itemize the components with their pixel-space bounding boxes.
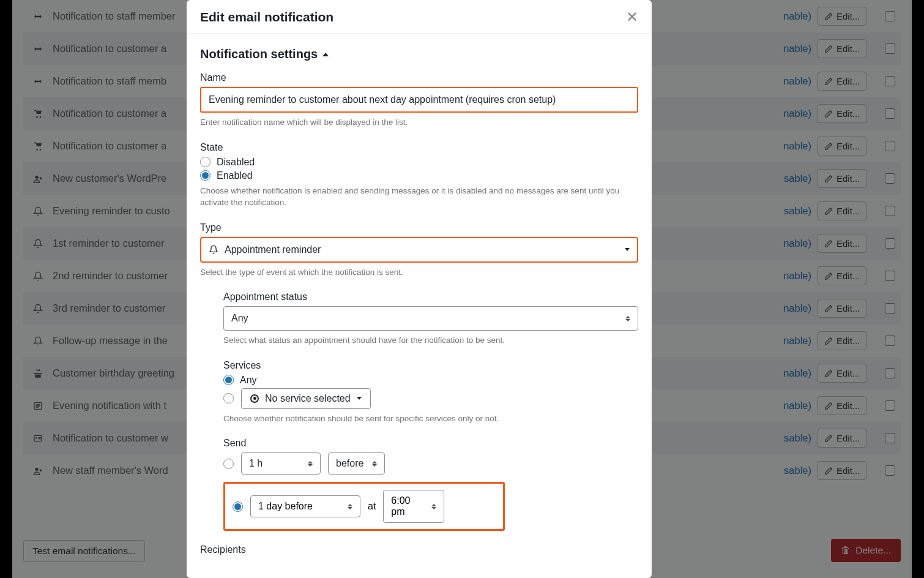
radio-icon: [223, 393, 234, 403]
appt-status-help: Select what status an appointment should…: [223, 334, 638, 347]
send-at-text: at: [368, 501, 376, 512]
type-select[interactable]: Appointment reminder: [200, 237, 638, 263]
type-label: Type: [200, 222, 638, 233]
appt-status-label: Appointment status: [223, 291, 638, 302]
send-absolute-option-highlighted: 1 day before at 6:00 pm: [223, 482, 505, 531]
radio-checked-icon[interactable]: [233, 501, 243, 512]
state-enabled-text: Enabled: [217, 170, 253, 181]
radio-checked-icon: [200, 170, 211, 181]
state-disabled-text: Disabled: [217, 157, 255, 168]
no-service-selected-dropdown[interactable]: No service selected: [241, 388, 371, 409]
name-input[interactable]: [200, 87, 638, 113]
bell-icon: [209, 245, 218, 255]
send-relative-option[interactable]: 1 h before: [223, 452, 638, 475]
chevron-down-icon: [625, 248, 630, 251]
type-help: Select the type of event at which the no…: [200, 266, 638, 279]
send-label: Send: [223, 438, 638, 449]
appt-status-select[interactable]: Any: [223, 306, 638, 331]
services-specific-option[interactable]: No service selected: [223, 388, 638, 409]
edit-notification-modal: Edit email notification ✕ Notification s…: [187, 0, 652, 578]
type-value: Appointment reminder: [225, 244, 321, 255]
select-arrows-icon: [625, 316, 630, 321]
chevron-up-icon: [322, 53, 329, 56]
state-disabled-option[interactable]: Disabled: [200, 157, 638, 168]
select-arrows-icon: [431, 504, 436, 509]
radio-checked-icon: [223, 375, 234, 385]
services-any-text: Any: [240, 375, 257, 386]
select-arrows-icon: [348, 504, 352, 509]
select-arrows-icon: [308, 461, 313, 467]
radio-icon: [223, 459, 234, 469]
send-day-select[interactable]: 1 day before: [250, 495, 360, 517]
send-1h-text: 1 h: [249, 458, 263, 469]
target-icon: [250, 394, 259, 403]
send-direction-select[interactable]: before: [328, 452, 385, 475]
section-title-text: Notification settings: [200, 47, 318, 61]
chevron-down-icon: [357, 397, 362, 400]
send-time-text: 6:00 pm: [391, 495, 423, 517]
state-help: Choose whether notification is enabled a…: [200, 185, 638, 209]
services-label: Services: [223, 360, 638, 371]
section-toggle[interactable]: Notification settings: [200, 47, 638, 61]
state-label: State: [200, 142, 638, 153]
name-label: Name: [200, 72, 638, 83]
name-help: Enter notification name which will be di…: [200, 116, 638, 129]
send-before-text: before: [336, 458, 363, 469]
services-any-option[interactable]: Any: [223, 375, 638, 386]
send-offset-select[interactable]: 1 h: [241, 452, 321, 475]
close-icon[interactable]: ✕: [626, 10, 638, 24]
select-arrows-icon: [372, 461, 377, 467]
state-enabled-option[interactable]: Enabled: [200, 170, 638, 181]
services-help: Choose whether notification should be se…: [223, 413, 638, 425]
no-service-text: No service selected: [265, 393, 351, 404]
send-1day-text: 1 day before: [258, 501, 313, 512]
modal-title: Edit email notification: [200, 10, 333, 24]
recipients-label: Recipients: [200, 544, 638, 555]
appt-status-value: Any: [231, 313, 248, 324]
send-time-select[interactable]: 6:00 pm: [383, 490, 444, 523]
radio-icon: [200, 157, 211, 167]
